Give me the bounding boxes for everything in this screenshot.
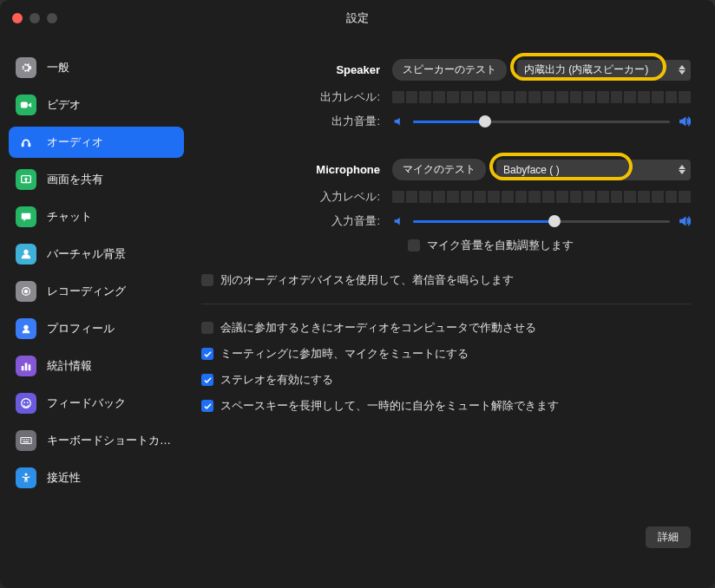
smile-icon bbox=[16, 393, 36, 414]
sidebar-item-label: 画面を共有 bbox=[47, 172, 103, 187]
svg-rect-19 bbox=[23, 441, 30, 442]
volume-low-icon bbox=[392, 215, 404, 227]
accessibility-icon bbox=[16, 467, 36, 488]
option-row: ステレオを有効にする bbox=[201, 372, 691, 388]
volume-high-icon bbox=[679, 215, 691, 227]
input-level-meter bbox=[392, 191, 691, 203]
output-level-label: 出力レベル: bbox=[201, 89, 392, 105]
input-volume-label: 入力音量: bbox=[201, 213, 392, 229]
mic-device-value: Babyface ( ) bbox=[503, 164, 560, 176]
option-label: スペースキーを長押しして、一時的に自分をミュート解除できます bbox=[220, 398, 559, 414]
speaker-heading: Speaker bbox=[201, 63, 392, 76]
svg-point-13 bbox=[27, 402, 29, 403]
sidebar-item-label: オーディオ bbox=[47, 134, 103, 150]
mic-device-dropdown[interactable]: Babyface ( ) bbox=[496, 160, 691, 180]
sidebar-item-label: 接近性 bbox=[47, 470, 81, 486]
svg-point-7 bbox=[23, 325, 28, 330]
option-row: 会議に参加するときにオーディオをコンピュータで作動させる bbox=[201, 320, 691, 336]
svg-rect-8 bbox=[22, 366, 24, 370]
svg-rect-15 bbox=[23, 439, 23, 440]
separator bbox=[201, 304, 691, 304]
sidebar-item-label: 一般 bbox=[47, 60, 69, 75]
sidebar-item-headphones[interactable]: オーディオ bbox=[9, 127, 184, 158]
sidebar-item-stats[interactable]: 統計情報 bbox=[9, 350, 184, 382]
svg-point-4 bbox=[23, 250, 28, 254]
option-checkbox[interactable] bbox=[201, 322, 213, 334]
option-label: 会議に参加するときにオーディオをコンピュータで作動させる bbox=[220, 320, 536, 336]
svg-rect-9 bbox=[25, 363, 28, 371]
sidebar-item-video[interactable]: ビデオ bbox=[9, 89, 184, 121]
svg-rect-14 bbox=[21, 438, 31, 444]
sidebar-item-user[interactable]: プロフィール bbox=[9, 313, 184, 344]
auto-adjust-label: マイク音量を自動調整します bbox=[427, 238, 574, 253]
option-row: ミーティングに参加時、マイクをミュートにする bbox=[201, 346, 691, 362]
svg-rect-0 bbox=[21, 102, 28, 108]
option-label: ミーティングに参加時、マイクをミュートにする bbox=[220, 346, 469, 362]
sidebar-item-chat[interactable]: チャット bbox=[9, 201, 184, 232]
sidebar-item-label: バーチャル背景 bbox=[47, 246, 126, 262]
option-checkbox[interactable] bbox=[201, 348, 213, 360]
svg-rect-1 bbox=[22, 143, 24, 147]
speaker-device-value: 内蔵出力 (内蔵スピーカー) bbox=[524, 62, 648, 77]
sidebar-item-label: レコーディング bbox=[47, 284, 126, 299]
close-icon[interactable] bbox=[12, 13, 23, 23]
option-row: スペースキーを長押しして、一時的に自分をミュート解除できます bbox=[201, 398, 691, 414]
stats-icon bbox=[16, 356, 36, 376]
options-list: 会議に参加するときにオーディオをコンピュータで作動させるミーティングに参加時、マ… bbox=[201, 320, 691, 414]
sidebar-item-label: プロフィール bbox=[47, 321, 115, 336]
minimize-icon[interactable] bbox=[30, 13, 40, 23]
sidebar-item-gear[interactable]: 一般 bbox=[9, 52, 184, 83]
option-label: ステレオを有効にする bbox=[220, 372, 333, 388]
advanced-button[interactable]: 詳細 bbox=[646, 526, 691, 548]
svg-rect-2 bbox=[29, 143, 31, 147]
input-level-label: 入力レベル: bbox=[201, 189, 392, 205]
output-level-meter bbox=[392, 91, 691, 103]
sidebar-item-label: チャット bbox=[47, 209, 92, 225]
chevron-updown-icon bbox=[679, 165, 685, 174]
input-volume-slider[interactable] bbox=[413, 220, 670, 223]
content-pane: Speaker スピーカーのテスト 内蔵出力 (内蔵スピーカー) 出力レベル: … bbox=[193, 36, 715, 588]
svg-point-11 bbox=[22, 399, 31, 408]
svg-point-12 bbox=[23, 402, 25, 403]
svg-rect-10 bbox=[29, 364, 31, 370]
ringtone-device-label: 別のオーディオデバイスを使用して、着信音を鳴らします bbox=[220, 272, 514, 288]
svg-rect-17 bbox=[26, 439, 27, 440]
microphone-heading: Microphone bbox=[201, 163, 392, 176]
sidebar-item-label: キーボードショートカ… bbox=[47, 433, 171, 448]
chat-icon bbox=[16, 206, 36, 227]
output-volume-label: 出力音量: bbox=[201, 114, 392, 129]
sidebar-item-person[interactable]: バーチャル背景 bbox=[9, 238, 184, 270]
sidebar-item-share[interactable]: 画面を共有 bbox=[9, 164, 184, 195]
option-checkbox[interactable] bbox=[201, 400, 213, 412]
speaker-device-dropdown[interactable]: 内蔵出力 (内蔵スピーカー) bbox=[517, 60, 691, 81]
video-icon bbox=[16, 95, 36, 115]
output-volume-slider[interactable] bbox=[413, 121, 670, 123]
ringtone-device-checkbox[interactable] bbox=[201, 274, 213, 286]
user-icon bbox=[16, 318, 36, 339]
maximize-icon[interactable] bbox=[47, 13, 57, 23]
svg-point-6 bbox=[24, 290, 28, 293]
sidebar-item-label: ビデオ bbox=[47, 97, 81, 113]
test-mic-button[interactable]: マイクのテスト bbox=[392, 159, 486, 180]
sidebar-item-label: フィードバック bbox=[47, 395, 126, 411]
sidebar-item-smile[interactable]: フィードバック bbox=[9, 388, 184, 419]
sidebar-item-label: 統計情報 bbox=[47, 358, 92, 374]
person-icon bbox=[16, 244, 36, 265]
headphones-icon bbox=[16, 132, 36, 153]
test-speaker-button[interactable]: スピーカーのテスト bbox=[392, 59, 507, 81]
gear-icon bbox=[16, 57, 36, 78]
option-checkbox[interactable] bbox=[201, 374, 213, 386]
record-icon bbox=[16, 281, 36, 302]
auto-adjust-checkbox[interactable] bbox=[408, 239, 420, 252]
sidebar-item-record[interactable]: レコーディング bbox=[9, 276, 184, 307]
volume-high-icon bbox=[679, 115, 691, 127]
traffic-lights bbox=[12, 13, 57, 23]
volume-low-icon bbox=[392, 115, 404, 127]
sidebar-item-keyboard[interactable]: キーボードショートカ… bbox=[9, 425, 184, 456]
keyboard-icon bbox=[16, 430, 36, 451]
svg-point-20 bbox=[24, 473, 27, 475]
settings-window: 設定 一般ビデオオーディオ画面を共有チャットバーチャル背景レコーディングプロフィ… bbox=[0, 0, 715, 588]
share-icon bbox=[16, 169, 36, 190]
sidebar: 一般ビデオオーディオ画面を共有チャットバーチャル背景レコーディングプロフィール統… bbox=[0, 36, 193, 588]
sidebar-item-accessibility[interactable]: 接近性 bbox=[9, 462, 184, 493]
